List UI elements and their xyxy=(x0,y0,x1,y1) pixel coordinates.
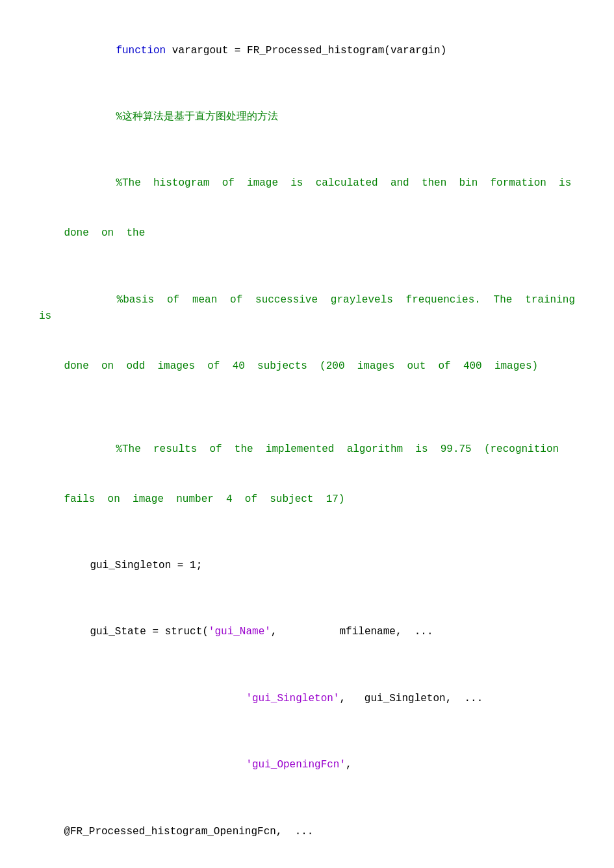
blank-11 xyxy=(39,857,575,868)
line7-mid: , mfilename, ... xyxy=(271,626,433,638)
blank-6 xyxy=(39,525,575,541)
line-function: function varargout = FR_Processed_histog… xyxy=(39,26,575,76)
blank-5 xyxy=(39,408,575,425)
line-gui-singleton-struct: 'gui_Singleton', gui_Singleton, ... xyxy=(39,674,575,724)
comment-2b: done on odd images of 40 subjects (200 i… xyxy=(64,360,538,372)
comment-3: %The results of the implemented algorith… xyxy=(116,443,559,455)
gui-state-start: gui_State = xyxy=(90,626,164,638)
keyword-function: function xyxy=(116,45,166,56)
line8-mid: , gui_Singleton, ... xyxy=(339,693,483,704)
line-comment-2: %basis of mean of successive graylevels … xyxy=(39,275,575,341)
at-openingfcn: @FR_Processed_histogram_OpeningFcn, ... xyxy=(64,826,313,837)
blank-3 xyxy=(39,258,575,275)
code-editor: function varargout = FR_Processed_histog… xyxy=(39,26,575,868)
line-comment-1: %The histogram of image is calculated an… xyxy=(39,159,575,209)
comment-chinese: %这种算法是基于直方图处理的方法 xyxy=(116,111,278,123)
blank-2 xyxy=(39,142,575,159)
line1-rest: varargout = FR_Processed_histogram(varar… xyxy=(166,45,446,56)
blank-8 xyxy=(39,658,575,675)
blank-1 xyxy=(39,76,575,93)
string-gui-openingfcn: 'gui_OpeningFcn' xyxy=(246,759,346,771)
line-gui-state: gui_State = struct('gui_Name', mfilename… xyxy=(39,608,575,658)
blank-9 xyxy=(39,724,575,741)
comment-1b: done on the xyxy=(64,227,145,239)
line9-end: , xyxy=(346,759,352,771)
line-comment-3: %The results of the implemented algorith… xyxy=(39,425,575,475)
comment-3b: fails on image number 4 of subject 17) xyxy=(64,493,344,505)
line-comment-1b: done on the xyxy=(39,209,575,259)
line-comment-cn: %这种算法是基于直方图处理的方法 xyxy=(39,92,575,142)
comment-2: %basis of mean of successive graylevels … xyxy=(39,294,587,323)
blank-4 xyxy=(39,391,575,408)
comment-1: %The histogram of image is calculated an… xyxy=(116,177,571,189)
blank-10 xyxy=(39,790,575,807)
line-gui-openingfcn: 'gui_OpeningFcn', xyxy=(39,741,575,791)
string-gui-name: 'gui_Name' xyxy=(209,626,271,638)
blank-7 xyxy=(39,591,575,608)
line-at-openingfcn: @FR_Processed_histogram_OpeningFcn, ... xyxy=(39,807,575,857)
gui-singleton-code: gui_Singleton = 1; xyxy=(90,560,202,571)
struct-keyword: struct xyxy=(165,626,203,638)
line-comment-2b: done on odd images of 40 subjects (200 i… xyxy=(39,341,575,391)
line-comment-3b: fails on image number 4 of subject 17) xyxy=(39,475,575,525)
line-gui-singleton-assign: gui_Singleton = 1; xyxy=(39,541,575,591)
string-gui-singleton: 'gui_Singleton' xyxy=(246,693,339,704)
